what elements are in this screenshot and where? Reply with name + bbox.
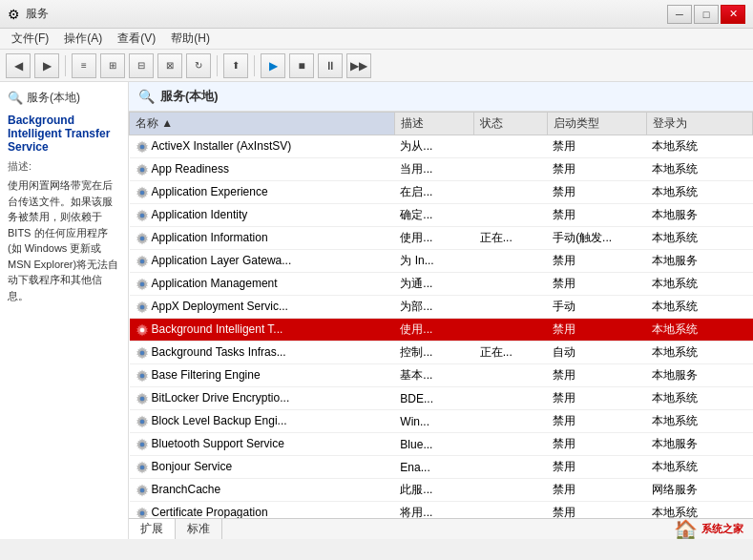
service-login-cell: 本地服务: [646, 250, 752, 273]
table-row[interactable]: Background Tasks Infras...控制...正在...自动本地…: [130, 342, 753, 364]
main-content: 🔍 服务(本地) Background Intelligent Transfer…: [0, 82, 753, 539]
service-status-cell: [474, 410, 547, 433]
table-row[interactable]: BitLocker Drive Encryptio...BDE...禁用本地系统: [130, 387, 753, 410]
window-title: 服务: [26, 6, 49, 22]
col-status[interactable]: 状态: [474, 113, 547, 135]
service-login-cell: 本地服务: [646, 364, 752, 387]
svg-point-15: [140, 305, 144, 309]
table-row[interactable]: AppX Deployment Servic...为部...手动本地系统: [130, 296, 753, 319]
service-gear-icon: [136, 232, 149, 245]
service-status-cell: [474, 387, 547, 410]
services-header-icon: 🔍: [138, 89, 155, 104]
table-row[interactable]: Bonjour ServiceEna...禁用本地系统: [130, 456, 753, 479]
table-row[interactable]: ActiveX Installer (AxInstSV)为从...禁用本地系统: [130, 135, 753, 158]
pause-button[interactable]: ⏸: [318, 53, 343, 78]
toolbar-export[interactable]: ⬆: [223, 53, 248, 78]
table-row[interactable]: Application Management为通...禁用本地系统: [130, 273, 753, 296]
menu-view[interactable]: 查看(V): [110, 29, 163, 49]
table-row[interactable]: Certificate Propagation将用...禁用本地系统: [130, 502, 753, 519]
col-login-as[interactable]: 登录为: [646, 113, 752, 135]
service-gear-icon: [136, 278, 149, 291]
service-login-cell: 本地系统: [646, 342, 752, 364]
table-row[interactable]: Application Identity确定...禁用本地服务: [130, 204, 753, 227]
table-row[interactable]: Application Experience在启...禁用本地系统: [130, 181, 753, 204]
service-name-cell: Background Intelligent T...: [130, 319, 395, 342]
service-gear-icon: [136, 369, 149, 383]
service-status-cell: [474, 158, 547, 181]
service-login-cell: 本地系统: [646, 227, 752, 250]
service-name-cell: Application Information: [130, 227, 395, 250]
service-login-cell: 网络服务: [646, 479, 752, 502]
table-row[interactable]: Application Information使用...正在...手动(触发..…: [130, 227, 753, 250]
watermark-icon: 🏠: [674, 518, 698, 540]
toolbar-view2[interactable]: ⊞: [100, 53, 125, 78]
service-desc-cell: Blue...: [394, 433, 473, 456]
close-button[interactable]: ✕: [721, 5, 745, 24]
service-login-cell: 本地系统: [646, 319, 752, 342]
service-status-cell: 正在...: [474, 342, 547, 364]
toolbar-refresh[interactable]: ↻: [186, 53, 211, 78]
service-start-type-cell: 禁用: [547, 273, 646, 296]
table-header-row: 名称 ▲ 描述 状态 启动类型 登录为: [130, 113, 753, 135]
svg-point-31: [140, 488, 144, 492]
menu-action[interactable]: 操作(A): [56, 29, 110, 49]
service-desc-cell: 此服...: [394, 479, 473, 502]
svg-point-19: [140, 351, 144, 355]
service-login-cell: 本地系统: [646, 410, 752, 433]
toolbar-view1[interactable]: ≡: [72, 53, 96, 78]
service-name-cell: Application Management: [130, 273, 395, 296]
service-name-cell: Bonjour Service: [130, 456, 395, 479]
service-name-cell: AppX Deployment Servic...: [130, 296, 395, 319]
table-row[interactable]: Bluetooth Support ServiceBlue...禁用本地服务: [130, 433, 753, 456]
maximize-button[interactable]: □: [694, 5, 719, 24]
menu-file[interactable]: 文件(F): [4, 29, 56, 49]
service-status-cell: [474, 319, 547, 342]
window-controls: ─ □ ✕: [667, 5, 745, 24]
col-desc[interactable]: 描述: [394, 113, 473, 135]
stop-button[interactable]: ■: [289, 53, 314, 78]
table-row[interactable]: App Readiness当用...禁用本地系统: [130, 158, 753, 181]
service-gear-icon: [136, 209, 149, 222]
service-desc-cell: 为通...: [394, 273, 473, 296]
service-name-cell: BitLocker Drive Encryptio...: [130, 387, 395, 410]
table-row[interactable]: Background Intelligent T...使用...禁用本地系统: [130, 319, 753, 342]
app-icon: ⚙: [8, 7, 20, 22]
menu-help[interactable]: 帮助(H): [163, 29, 218, 49]
toolbar-separator-2: [217, 55, 218, 76]
table-row[interactable]: BranchCache此服...禁用网络服务: [130, 479, 753, 502]
service-desc-cell: 控制...: [394, 342, 473, 364]
service-desc-cell: 将用...: [394, 502, 473, 519]
toolbar-view4[interactable]: ⊠: [157, 53, 182, 78]
service-name-cell: ActiveX Installer (AxInstSV): [130, 135, 395, 158]
svg-point-27: [140, 443, 144, 446]
table-row[interactable]: Base Filtering Engine基本...禁用本地服务: [130, 364, 753, 387]
minimize-button[interactable]: ─: [667, 5, 692, 24]
service-start-type-cell: 禁用: [547, 456, 646, 479]
service-login-cell: 本地系统: [646, 273, 752, 296]
col-name[interactable]: 名称 ▲: [130, 113, 395, 135]
tab-extended[interactable]: 扩展: [129, 519, 176, 539]
sidebar-search-icon: 🔍: [8, 91, 23, 105]
col-start-type[interactable]: 启动类型: [547, 113, 646, 135]
back-button[interactable]: ◀: [6, 53, 31, 78]
service-status-cell: [474, 479, 547, 502]
service-name-cell: Application Layer Gatewa...: [130, 250, 395, 273]
play-button[interactable]: ▶: [261, 53, 285, 78]
forward-button[interactable]: ▶: [34, 53, 59, 78]
service-start-type-cell: 禁用: [547, 410, 646, 433]
service-name-cell: BranchCache: [130, 479, 395, 502]
service-gear-icon: [136, 392, 149, 405]
table-row[interactable]: Application Layer Gatewa...为 In...禁用本地服务: [130, 250, 753, 273]
resume-button[interactable]: ▶▶: [346, 53, 371, 78]
service-desc-cell: BDE...: [394, 387, 473, 410]
service-gear-icon: [136, 438, 149, 451]
toolbar-view3[interactable]: ⊟: [129, 53, 154, 78]
service-status-cell: [474, 364, 547, 387]
service-start-type-cell: 禁用: [547, 502, 646, 519]
table-row[interactable]: Block Level Backup Engi...Win...禁用本地系统: [130, 410, 753, 433]
service-start-type-cell: 禁用: [547, 433, 646, 456]
service-name-cell: App Readiness: [130, 158, 395, 181]
service-desc-cell: 为部...: [394, 296, 473, 319]
tab-standard[interactable]: 标准: [176, 519, 222, 539]
sidebar-title-text: 服务(本地): [27, 90, 80, 106]
